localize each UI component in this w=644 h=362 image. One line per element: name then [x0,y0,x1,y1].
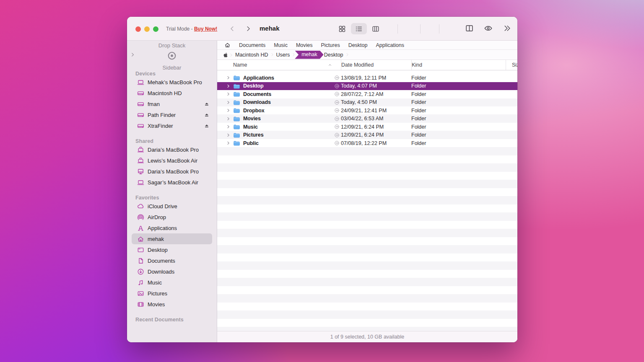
back-button[interactable] [229,25,236,32]
file-row-downloads[interactable]: DownloadsToday, 4:50 PMFolder [217,98,517,107]
status-text: 1 of 9 selected, 10 GB available [330,334,405,340]
drop-stack-expand-chevron[interactable] [130,52,135,57]
column-header-date-modified[interactable]: Date Modified [341,60,411,70]
buy-now-link[interactable]: Buy Now! [194,26,217,32]
sidebar-item-movies[interactable]: Movies [132,299,212,310]
file-date-modified: Today, 4:50 PM [341,99,411,105]
list-view-button[interactable] [351,23,367,34]
favorites-toolbar: DocumentsMusicMoviesPicturesDesktopAppli… [217,41,517,50]
chevron-right-icon [226,92,231,96]
sidebar-item-xtrafinder[interactable]: XtraFinder [132,120,212,131]
folder-icon [233,83,240,90]
chevron-left-icon [229,25,236,32]
chevron-right-icon [226,141,231,145]
icon-view-button[interactable] [334,23,350,34]
sidebar-item-daria-s-macbook-pro[interactable]: Daria’s MacBook Pro [132,166,212,177]
sidebar-item-lewis-s-macbook-air[interactable]: Lewis’s MacBook Air [132,155,212,166]
zoom-button[interactable] [153,26,158,32]
breadcrumb-item-users[interactable]: Users [274,52,292,58]
sidebar-item-label: Applications [148,225,177,231]
drop-stack-target-icon[interactable] [167,51,177,62]
breadcrumb-separator-icon [270,51,274,58]
close-button[interactable] [135,26,141,32]
sidebar-section-favorites: Favorites [127,195,217,201]
favorites-bar-item-desktop[interactable]: Desktop [348,42,368,48]
sidebar-item-label: Macintosh HD [148,90,182,96]
toolbar-overflow-button[interactable] [503,24,512,34]
forward-button[interactable] [245,25,252,32]
favorites-bar-item-music[interactable]: Music [274,42,288,48]
file-row-movies[interactable]: Movies03/04/22, 6:53 AMFolder [217,115,517,123]
minimize-button[interactable] [144,26,150,32]
file-name: Downloads [243,99,332,105]
sidebar-item-icloud-drive[interactable]: iCloud Drive [132,201,212,212]
disclosure-chevron[interactable] [217,100,233,105]
sidebar-item-sagar-s-macbook-air[interactable]: Sagar’s MacBook Air [132,177,212,188]
disclosure-chevron[interactable] [217,84,233,88]
sidebar-item-mehak[interactable]: mehak [132,233,212,244]
drive-icon [137,122,144,129]
folder-icon [233,123,240,130]
disclosure-chevron[interactable] [217,92,233,96]
breadcrumb-item-desktop[interactable]: Desktop [322,52,345,58]
file-kind: Folder [411,108,506,114]
toolbar-right [465,24,512,34]
disclosure-chevron[interactable] [217,75,233,80]
sidebar-item-mehak-s-macbook-pro[interactable]: Mehak’s MacBook Pro [132,77,212,88]
sidebar-item-path-finder[interactable]: Path Finder [132,109,212,120]
file-name: Movies [243,116,332,122]
chevron-right-icon [226,133,231,137]
desktop-wallpaper: Trial Mode - Buy Now! mehak Drop Stack [0,0,644,362]
eject-icon[interactable] [204,101,210,107]
sidebar-item-pictures[interactable]: Pictures [132,288,212,299]
path-finder-window: Trial Mode - Buy Now! mehak Drop Stack [127,17,517,342]
column-view-button[interactable] [368,23,384,34]
sidebar-item-music[interactable]: Music [132,277,212,288]
sidebar-item-fman[interactable]: fman [132,98,212,109]
apple-icon[interactable] [223,52,229,58]
favorites-bar-item-applications[interactable]: Applications [376,42,404,48]
column-header-size[interactable]: Size [506,60,517,70]
favorites-bar-item-movies[interactable]: Movies [296,42,313,48]
file-row-music[interactable]: Music12/09/21, 6:24 PMFolder [217,123,517,131]
file-row-desktop[interactable]: DesktopToday, 4:07 PMFolder [217,82,517,90]
file-date-modified: 03/04/22, 6:53 AM [341,116,411,122]
sidebar-item-downloads[interactable]: Downloads [132,266,212,277]
breadcrumb-item-macintosh-hd[interactable]: Macintosh HD [233,52,270,58]
drive-icon [137,90,144,97]
file-row-documents[interactable]: Documents28/07/22, 7:12 AMFolder [217,90,517,98]
favorites-bar-item-documents[interactable]: Documents [239,42,265,48]
breadcrumb-current-mehak[interactable]: mehak [295,51,324,59]
file-row-dropbox[interactable]: Dropbox24/09/21, 12:41 PMFolder [217,106,517,115]
folder-icon-cell [233,132,243,139]
disclosure-chevron[interactable] [217,108,233,113]
column-header-kind[interactable]: Kind [411,60,506,70]
laptop-network-icon [137,157,144,164]
dual-pane-button[interactable] [465,24,474,34]
favorites-bar-item-pictures[interactable]: Pictures [321,42,340,48]
sidebar-item-daria-s-macbook-pro[interactable]: Daria’s MacBook Pro [132,144,212,155]
target-icon [167,51,177,60]
sidebar-item-airdrop[interactable]: AirDrop [132,212,212,222]
file-row-applications[interactable]: Applications13/08/19, 12:11 PMFolder [217,74,517,82]
sidebar-item-applications[interactable]: Applications [132,222,212,233]
sidebar-item-desktop[interactable]: Desktop [132,244,212,255]
sidebar-item-label: iCloud Drive [148,203,177,209]
folder-icon [233,132,240,139]
file-kind: Folder [411,132,506,138]
disclosure-chevron[interactable] [217,141,233,145]
disclosure-chevron[interactable] [217,133,233,137]
disclosure-chevron[interactable] [217,116,233,121]
file-row-pictures[interactable]: Pictures12/09/21, 6:24 PMFolder [217,131,517,140]
goto-folder-cell [332,132,341,138]
file-kind: Folder [411,124,506,130]
sidebar-item-macintosh-hd[interactable]: Macintosh HD [132,88,212,98]
eject-icon[interactable] [204,112,210,118]
disclosure-chevron[interactable] [217,124,233,129]
column-header-name[interactable]: Name [233,62,332,68]
sidebar-item-documents[interactable]: Documents [132,255,212,266]
preview-button[interactable] [484,24,493,34]
eject-icon[interactable] [204,123,210,129]
home-shortcut-icon[interactable] [224,42,231,48]
file-row-public[interactable]: Public07/08/19, 12:22 PMFolder [217,139,517,147]
